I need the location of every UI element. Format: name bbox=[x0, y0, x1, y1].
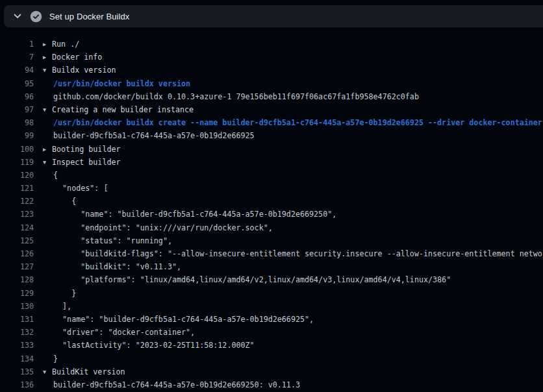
log-line: 124 "endpoint": "unix:///var/run/docker.… bbox=[0, 221, 543, 234]
group-title[interactable]: Docker info bbox=[52, 53, 102, 62]
line-number-link[interactable]: 96 bbox=[0, 90, 34, 103]
log-line: 98/usr/bin/docker buildx create --name b… bbox=[0, 116, 543, 129]
line-number-link[interactable]: 136 bbox=[0, 378, 34, 391]
log-group-header[interactable]: ▶Docker info bbox=[43, 51, 102, 64]
line-number-link[interactable]: 126 bbox=[0, 247, 34, 260]
chevron-down-icon[interactable] bbox=[12, 11, 23, 21]
log-text-line: github.com/docker/buildx 0.10.3+azure-1 … bbox=[43, 90, 419, 103]
group-collapsed-icon[interactable]: ▶ bbox=[43, 51, 52, 64]
log-line: 119▼Inspect builder bbox=[0, 156, 543, 169]
line-number-link[interactable]: 98 bbox=[0, 116, 34, 129]
line-number-link[interactable]: 124 bbox=[0, 221, 34, 234]
output-text: github.com/docker/buildx 0.10.3+azure-1 … bbox=[53, 92, 419, 101]
line-number-link[interactable]: 97 bbox=[0, 103, 34, 116]
log-group-header[interactable]: ▼Buildx version bbox=[43, 64, 116, 77]
group-title[interactable]: Buildx version bbox=[52, 66, 116, 75]
log-line: 123 "name": "builder-d9cfb5a1-c764-445a-… bbox=[0, 208, 543, 221]
log-text-line: ], bbox=[43, 300, 71, 313]
log-line: 132 "driver": "docker-container", bbox=[0, 326, 543, 339]
log-line: 122 { bbox=[0, 195, 543, 208]
log-text-line: "lastActivity": "2023-02-25T11:58:12.000… bbox=[43, 339, 255, 352]
step-header[interactable]: Set up Docker Buildx bbox=[4, 5, 543, 27]
output-text: "nodes": [ bbox=[53, 184, 108, 193]
log-text-line: /usr/bin/docker buildx version bbox=[43, 77, 190, 90]
output-text: "driver": "docker-container", bbox=[53, 328, 195, 337]
log-line: 130 ], bbox=[0, 300, 543, 313]
output-text: builder-d9cfb5a1-c764-445a-a57e-0b19d2e6… bbox=[53, 380, 300, 389]
log-line: 126 "buildkitd-flags": "--allow-insecure… bbox=[0, 247, 543, 260]
log-line: 95/usr/bin/docker buildx version bbox=[0, 77, 543, 90]
line-number-link[interactable]: 129 bbox=[0, 287, 34, 300]
line-number-link[interactable]: 125 bbox=[0, 234, 34, 247]
log-text-line: } bbox=[43, 287, 76, 300]
line-number-link[interactable]: 123 bbox=[0, 208, 34, 221]
log-line: 120{ bbox=[0, 169, 543, 182]
line-number-link[interactable]: 100 bbox=[0, 143, 34, 156]
log-group-header[interactable]: ▶Run ./ bbox=[43, 38, 79, 51]
output-text: } bbox=[53, 289, 76, 298]
log-group-header[interactable]: ▶Booting builder bbox=[43, 143, 121, 156]
group-expanded-icon[interactable]: ▼ bbox=[43, 156, 52, 169]
log-line: 100▶Booting builder bbox=[0, 143, 543, 156]
log-line: 131 "name": "builder-d9cfb5a1-c764-445a-… bbox=[0, 313, 543, 326]
line-number-link[interactable]: 133 bbox=[0, 339, 34, 352]
check-circle-icon bbox=[30, 10, 42, 23]
log-line: 135▼BuildKit version bbox=[0, 365, 543, 378]
log-line: 128 "platforms": "linux/amd64,linux/amd6… bbox=[0, 273, 543, 286]
output-text: { bbox=[53, 197, 76, 206]
log-group-header[interactable]: ▼Inspect builder bbox=[43, 156, 121, 169]
log-line: 121 "nodes": [ bbox=[0, 182, 543, 195]
line-number-link[interactable]: 7 bbox=[0, 51, 34, 64]
group-title[interactable]: Run ./ bbox=[52, 40, 79, 49]
line-number-link[interactable]: 127 bbox=[0, 260, 34, 273]
group-expanded-icon[interactable]: ▼ bbox=[43, 103, 52, 116]
log-line: 125 "status": "running", bbox=[0, 234, 543, 247]
log-text-line: { bbox=[43, 195, 76, 208]
log-group-header[interactable]: ▼BuildKit version bbox=[43, 365, 125, 378]
group-title[interactable]: Booting builder bbox=[52, 145, 121, 154]
log-line: 129 } bbox=[0, 287, 543, 300]
log-text-line: builder-d9cfb5a1-c764-445a-a57e-0b19d2e6… bbox=[43, 129, 255, 142]
line-number-link[interactable]: 134 bbox=[0, 352, 34, 365]
log-text-line: "nodes": [ bbox=[43, 182, 108, 195]
log-line: 133 "lastActivity": "2023-02-25T11:58:12… bbox=[0, 339, 543, 352]
line-number-link[interactable]: 122 bbox=[0, 195, 34, 208]
step-title: Set up Docker Buildx bbox=[49, 12, 129, 21]
line-number-link[interactable]: 99 bbox=[0, 129, 34, 142]
log-line: 127 "buildkit": "v0.11.3", bbox=[0, 260, 543, 273]
line-number-link[interactable]: 1 bbox=[0, 38, 34, 51]
log-line: 99builder-d9cfb5a1-c764-445a-a57e-0b19d2… bbox=[0, 129, 543, 142]
line-number-link[interactable]: 121 bbox=[0, 182, 34, 195]
output-text: { bbox=[53, 171, 58, 180]
output-text: "name": "builder-d9cfb5a1-c764-445a-a57e… bbox=[53, 210, 336, 219]
output-text: "lastActivity": "2023-02-25T11:58:12.000… bbox=[53, 341, 255, 350]
group-expanded-icon[interactable]: ▼ bbox=[43, 365, 52, 378]
command-text: /usr/bin/docker buildx create --name bui… bbox=[53, 118, 542, 127]
log-line: 134} bbox=[0, 352, 543, 365]
group-collapsed-icon[interactable]: ▶ bbox=[43, 143, 52, 156]
line-number-link[interactable]: 135 bbox=[0, 365, 34, 378]
output-text: "platforms": "linux/amd64,linux/amd64/v2… bbox=[53, 275, 451, 284]
output-text: } bbox=[53, 354, 58, 363]
output-text: ], bbox=[53, 302, 71, 311]
line-number-link[interactable]: 94 bbox=[0, 64, 34, 77]
output-text: "status": "running", bbox=[53, 236, 172, 245]
line-number-link[interactable]: 128 bbox=[0, 273, 34, 286]
output-text: "endpoint": "unix:///var/run/docker.sock… bbox=[53, 223, 273, 232]
group-title[interactable]: Creating a new builder instance bbox=[52, 105, 194, 114]
group-expanded-icon[interactable]: ▼ bbox=[43, 64, 52, 77]
log-text-line: "name": "builder-d9cfb5a1-c764-445a-a57e… bbox=[43, 208, 336, 221]
log-text-line: { bbox=[43, 169, 58, 182]
line-number-link[interactable]: 120 bbox=[0, 169, 34, 182]
line-number-link[interactable]: 131 bbox=[0, 313, 34, 326]
group-collapsed-icon[interactable]: ▶ bbox=[43, 38, 52, 51]
line-number-link[interactable]: 130 bbox=[0, 300, 34, 313]
log-line: 96github.com/docker/buildx 0.10.3+azure-… bbox=[0, 90, 543, 103]
line-number-link[interactable]: 119 bbox=[0, 156, 34, 169]
line-number-link[interactable]: 95 bbox=[0, 77, 34, 90]
group-title[interactable]: BuildKit version bbox=[52, 367, 125, 376]
group-title[interactable]: Inspect builder bbox=[52, 158, 121, 167]
log-group-header[interactable]: ▼Creating a new builder instance bbox=[43, 103, 194, 116]
line-number-link[interactable]: 132 bbox=[0, 326, 34, 339]
log-text-line: /usr/bin/docker buildx create --name bui… bbox=[43, 116, 542, 129]
